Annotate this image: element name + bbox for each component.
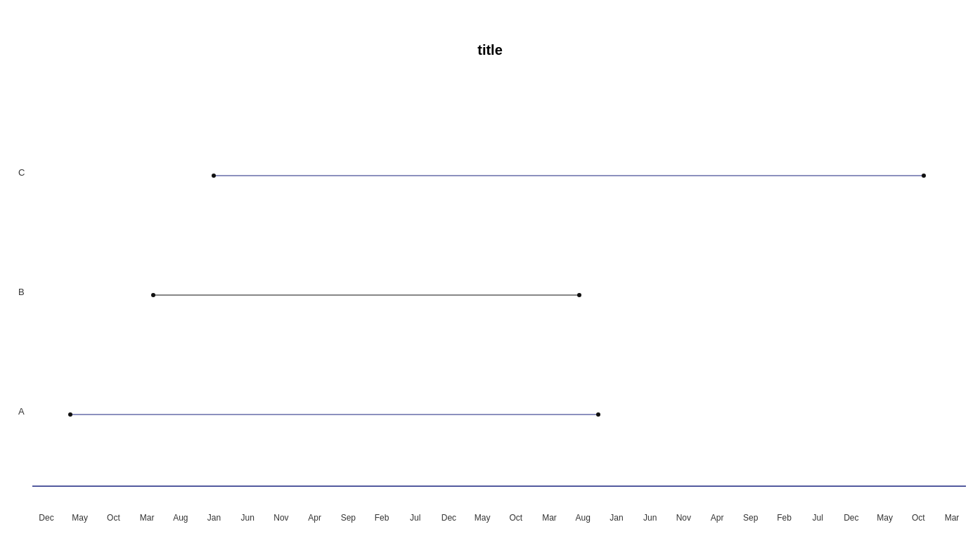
x-label-15: Mar (539, 513, 560, 523)
x-label-20: Apr (707, 513, 728, 523)
x-label-5: Jan (204, 513, 225, 523)
x-label-22: Feb (773, 513, 794, 523)
series-a-dot-start (68, 412, 72, 417)
x-label-7: Nov (271, 513, 292, 523)
series-a-dot-end (596, 412, 600, 417)
x-label-13: May (472, 513, 493, 523)
x-label-0: Dec (36, 513, 57, 523)
x-label-27: Mar (941, 513, 962, 523)
x-label-19: Nov (673, 513, 694, 523)
x-label-9: Sep (337, 513, 359, 523)
x-label-10: Feb (371, 513, 392, 523)
x-label-4: Aug (170, 513, 191, 523)
series-b-dot-start (151, 293, 155, 297)
x-label-6: Jun (237, 513, 258, 523)
x-axis-labels: Dec May Oct Mar Aug Jan Jun Nov Apr Sep … (32, 513, 966, 523)
x-label-11: Jul (405, 513, 426, 523)
x-label-26: Oct (908, 513, 929, 523)
x-label-18: Jun (640, 513, 661, 523)
series-b-dot-end (577, 293, 581, 297)
x-label-8: Apr (304, 513, 325, 523)
series-c-dot-start (212, 174, 216, 178)
x-label-3: Mar (136, 513, 157, 523)
x-label-25: May (875, 513, 896, 523)
chart-svg (0, 0, 980, 548)
x-label-14: Oct (505, 513, 527, 523)
x-label-23: Jul (807, 513, 828, 523)
chart-container: title C B A Dec May Oct Mar Aug Jan Jun … (0, 0, 980, 548)
x-label-2: Oct (103, 513, 124, 523)
series-c-dot-end (922, 174, 926, 178)
x-label-16: Aug (572, 513, 593, 523)
x-label-21: Sep (740, 513, 761, 523)
x-label-17: Jan (606, 513, 627, 523)
x-label-12: Dec (438, 513, 459, 523)
x-label-1: May (70, 513, 91, 523)
x-label-24: Dec (841, 513, 862, 523)
